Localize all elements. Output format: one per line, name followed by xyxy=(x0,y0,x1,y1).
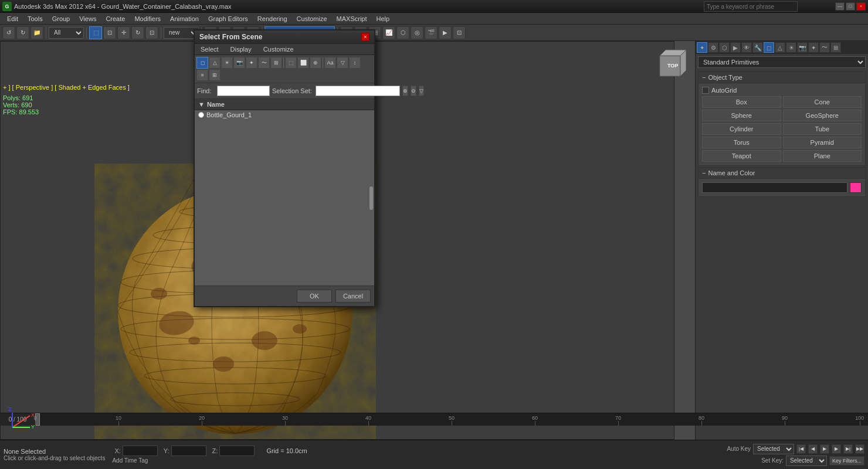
render-last-button[interactable]: ⊡ xyxy=(453,26,466,39)
dialog-selset-btn-3[interactable]: ▽ xyxy=(419,86,424,96)
dialog-menu-display[interactable]: Display xyxy=(225,44,257,55)
rp-tab-geometry[interactable]: ◻ xyxy=(764,42,774,53)
dialog-close-button[interactable]: × xyxy=(361,33,369,41)
rp-tab-lights[interactable]: ☀ xyxy=(786,42,796,53)
menu-group[interactable]: Group xyxy=(48,14,75,23)
set-key-dropdown[interactable]: Selected xyxy=(786,456,827,466)
menu-modifiers[interactable]: Modifiers xyxy=(130,14,165,23)
dialog-object-list[interactable]: Bottle_Gourd_1 xyxy=(195,110,374,286)
render-button[interactable]: ▶ xyxy=(439,26,452,39)
close-button[interactable]: × xyxy=(856,2,866,11)
dialog-menu-customize[interactable]: Customize xyxy=(257,44,300,55)
btn-geosphere[interactable]: GeoSphere xyxy=(783,110,862,121)
btn-pyramid[interactable]: Pyramid xyxy=(783,137,862,148)
btn-torus[interactable]: Torus xyxy=(702,137,781,148)
filter-dropdown[interactable]: All xyxy=(49,27,84,39)
schematic-button[interactable]: ⬡ xyxy=(396,26,409,39)
auto-key-dropdown[interactable]: Selected xyxy=(753,444,794,454)
btn-cylinder[interactable]: Cylinder xyxy=(702,123,781,135)
dlg-btn-lights[interactable]: ☀ xyxy=(221,57,233,69)
autogrid-checkbox[interactable] xyxy=(702,87,709,94)
right-panel-dropdown[interactable]: Standard Primitives xyxy=(698,56,866,68)
rp-tab-utilities[interactable]: 🔧 xyxy=(752,42,763,53)
dlg-btn-select-invert[interactable]: ⊕ xyxy=(310,57,321,69)
btn-cone[interactable]: Cone xyxy=(783,96,862,108)
dlg-btn-cameras[interactable]: 📷 xyxy=(233,57,245,69)
dlg-btn-select-all[interactable]: ⬚ xyxy=(285,57,297,69)
dialog-menu-select[interactable]: Select xyxy=(195,44,225,55)
btn-teapot[interactable]: Teapot xyxy=(702,150,781,162)
btn-plane[interactable]: Plane xyxy=(783,150,862,162)
last-frame-btn[interactable]: ▶▶ xyxy=(855,444,864,454)
menu-views[interactable]: Views xyxy=(74,14,101,23)
rp-tab-spacewarps[interactable]: 〜 xyxy=(819,42,830,53)
key-filters-btn[interactable]: Key Filters... xyxy=(829,456,864,465)
dlg-btn-case-sensitive[interactable]: Aa xyxy=(324,57,336,69)
rp-tab-create[interactable]: ✦ xyxy=(697,42,707,53)
btn-box[interactable]: Box xyxy=(702,96,781,108)
btn-sphere[interactable]: Sphere xyxy=(702,110,781,121)
rp-tab-display[interactable]: 👁 xyxy=(741,42,752,53)
menu-edit[interactable]: Edit xyxy=(2,14,23,23)
menu-maxscript[interactable]: MAXScript xyxy=(332,14,372,23)
dlg-btn-list-view[interactable]: ≡ xyxy=(196,69,208,81)
object-type-header[interactable]: − Object Type xyxy=(699,72,865,83)
material-editor-button[interactable]: ◎ xyxy=(411,26,423,39)
rp-tab-hierarchy[interactable]: ⬡ xyxy=(719,42,730,53)
open-file-button[interactable]: 📁 xyxy=(30,26,43,39)
redo-button[interactable]: ↻ xyxy=(16,26,29,39)
rp-tab-shapes[interactable]: △ xyxy=(775,42,785,53)
dialog-selset-btn-2[interactable]: ⊖ xyxy=(411,86,416,96)
x-input[interactable] xyxy=(123,446,158,456)
nav-cube[interactable]: TOP xyxy=(651,47,686,82)
menu-graph-editors[interactable]: Graph Editors xyxy=(204,14,253,23)
dialog-ok-button[interactable]: OK xyxy=(297,290,332,303)
dialog-selset-btn-1[interactable]: ⊕ xyxy=(402,86,408,96)
object-name-input[interactable] xyxy=(702,182,847,193)
dlg-btn-geometry[interactable]: ◻ xyxy=(196,57,208,69)
rotate-button[interactable]: ↻ xyxy=(131,26,144,39)
undo-button[interactable]: ↺ xyxy=(2,26,15,39)
play-prev-btn[interactable]: |◀ xyxy=(796,444,806,454)
scroll-indicator[interactable] xyxy=(369,186,373,210)
y-input[interactable] xyxy=(171,446,206,456)
dlg-btn-shapes[interactable]: △ xyxy=(209,57,221,69)
menu-animation[interactable]: Animation xyxy=(165,14,204,23)
select-button[interactable]: ⬚ xyxy=(89,26,102,39)
dialog-list-item-0[interactable]: Bottle_Gourd_1 xyxy=(195,110,374,120)
search-bar[interactable] xyxy=(704,1,798,12)
dialog-selset-input[interactable] xyxy=(316,86,400,96)
color-swatch[interactable] xyxy=(850,182,862,193)
rp-tab-systems[interactable]: ⊞ xyxy=(830,42,841,53)
menu-customize[interactable]: Customize xyxy=(292,14,332,23)
menu-rendering[interactable]: Rendering xyxy=(253,14,292,23)
btn-tube[interactable]: Tube xyxy=(783,123,862,135)
dialog-titlebar[interactable]: Select From Scene × xyxy=(195,30,374,44)
dlg-btn-filter[interactable]: ▽ xyxy=(337,57,348,69)
maximize-button[interactable]: □ xyxy=(846,2,855,11)
dialog-find-input[interactable] xyxy=(217,86,270,96)
rp-tab-cameras[interactable]: 📷 xyxy=(797,42,808,53)
dlg-btn-helpers[interactable]: ✦ xyxy=(246,57,257,69)
next-frame-btn[interactable]: ▶ xyxy=(832,444,841,454)
dlg-btn-spacewarps[interactable]: 〜 xyxy=(258,57,270,69)
menu-help[interactable]: Help xyxy=(372,14,395,23)
search-input[interactable] xyxy=(707,4,783,10)
menu-create[interactable]: Create xyxy=(101,14,130,23)
curve-editor-button[interactable]: 📈 xyxy=(382,26,395,39)
rp-tab-modify[interactable]: ⚙ xyxy=(708,42,718,53)
scale-button[interactable]: ⊡ xyxy=(145,26,158,39)
rp-tab-motion[interactable]: ▶ xyxy=(730,42,741,53)
minimize-button[interactable]: — xyxy=(835,2,845,11)
prev-frame-btn[interactable]: ◀ xyxy=(808,444,818,454)
play-btn[interactable]: ▶ xyxy=(820,444,829,454)
name-color-header[interactable]: − Name and Color xyxy=(699,168,865,179)
select-from-scene-dialog[interactable]: Select From Scene × Select Display Custo… xyxy=(194,29,375,307)
play-next-btn[interactable]: ▶| xyxy=(843,444,853,454)
rp-tab-helpers[interactable]: ✦ xyxy=(808,42,819,53)
dlg-btn-icon-view[interactable]: ⊞ xyxy=(209,69,221,81)
dlg-btn-sort[interactable]: ↕ xyxy=(349,57,361,69)
move-button[interactable]: ✛ xyxy=(117,26,130,39)
dialog-cancel-button[interactable]: Cancel xyxy=(335,290,371,303)
dlg-btn-groups[interactable]: ⊞ xyxy=(270,57,282,69)
